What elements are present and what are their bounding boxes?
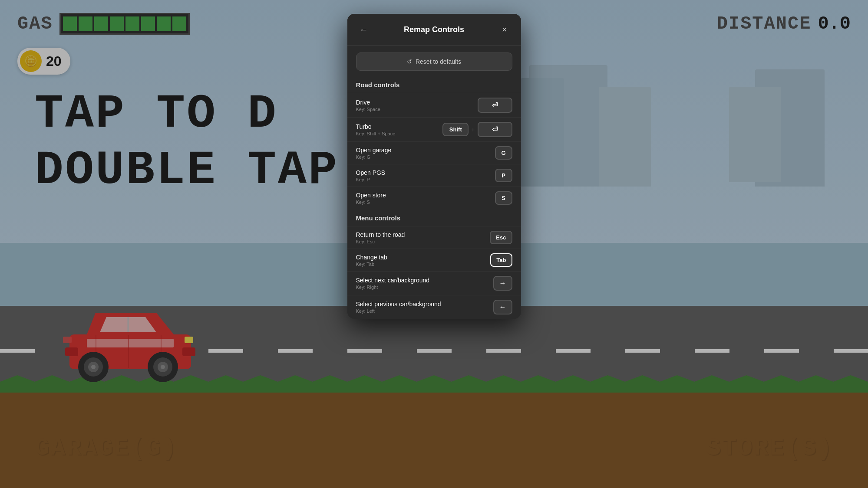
turbo-key: Key: Shift + Space	[356, 131, 396, 136]
plus-sign: +	[471, 126, 475, 133]
open-store-key: Key: S	[356, 200, 386, 205]
drive-binding: ⏎	[478, 98, 512, 113]
modal-header: ← Remap Controls ×	[347, 14, 521, 46]
return-road-control-row: Return to the road Key: Esc Esc	[347, 226, 521, 249]
reset-defaults-button[interactable]: ↺ Reset to defaults	[356, 52, 512, 71]
open-store-name: Open store	[356, 192, 386, 199]
open-store-binding: S	[495, 191, 512, 205]
modal-body: ↺ Reset to defaults Road controls Drive …	[347, 46, 521, 319]
right-arrow-key[interactable]: →	[493, 276, 512, 291]
drive-info: Drive Key: Space	[356, 99, 380, 112]
open-garage-name: Open garage	[356, 147, 392, 154]
return-road-key: Key: Esc	[356, 239, 405, 244]
reset-defaults-label: Reset to defaults	[416, 58, 461, 65]
garage-g-key[interactable]: G	[495, 146, 512, 160]
back-icon: ←	[360, 25, 368, 35]
space-bar-icon: ⏎	[492, 101, 498, 109]
open-store-info: Open store Key: S	[356, 192, 386, 205]
change-tab-control-row: Change tab Key: Tab Tab	[347, 249, 521, 271]
turbo-control-row: Turbo Key: Shift + Space Shift + ⏎	[347, 117, 521, 141]
open-garage-control-row: Open garage Key: G G	[347, 141, 521, 164]
select-next-name: Select next car/background	[356, 277, 430, 284]
reset-icon: ↺	[407, 58, 412, 65]
drive-name: Drive	[356, 99, 380, 106]
drive-control-row: Drive Key: Space ⏎	[347, 93, 521, 117]
open-pgs-control-row: Open PGS Key: P P	[347, 164, 521, 187]
change-tab-binding: Tab	[490, 253, 512, 267]
open-garage-key: Key: G	[356, 154, 392, 160]
open-store-control-row: Open store Key: S S	[347, 187, 521, 209]
change-tab-name: Change tab	[356, 254, 387, 261]
turbo-space-key[interactable]: ⏎	[478, 122, 512, 137]
select-prev-key: Key: Left	[356, 308, 441, 314]
modal-close-button[interactable]: ×	[497, 22, 512, 37]
select-next-info: Select next car/background Key: Right	[356, 277, 430, 290]
select-prev-info: Select previous car/background Key: Left	[356, 301, 441, 314]
turbo-space-icon: ⏎	[492, 125, 498, 134]
open-pgs-info: Open PGS Key: P	[356, 169, 386, 182]
return-road-info: Return to the road Key: Esc	[356, 231, 405, 244]
drive-space-key[interactable]: ⏎	[478, 98, 512, 113]
road-controls-header: Road controls	[347, 78, 521, 93]
left-arrow-key[interactable]: ←	[493, 300, 512, 314]
open-pgs-binding: P	[495, 169, 512, 182]
menu-controls-header: Menu controls	[347, 211, 521, 226]
change-tab-info: Change tab Key: Tab	[356, 254, 387, 267]
turbo-info: Turbo Key: Shift + Space	[356, 123, 396, 136]
select-prev-name: Select previous car/background	[356, 301, 441, 308]
select-next-binding: →	[493, 276, 512, 291]
close-icon: ×	[502, 25, 507, 35]
shift-label: Shift	[449, 126, 462, 133]
pgs-p-key[interactable]: P	[495, 169, 512, 182]
turbo-name: Turbo	[356, 123, 396, 130]
return-road-name: Return to the road	[356, 231, 405, 238]
select-prev-binding: ←	[493, 300, 512, 314]
open-pgs-name: Open PGS	[356, 169, 386, 176]
modal-title: Remap Controls	[372, 25, 497, 34]
turbo-binding: Shift + ⏎	[442, 122, 512, 137]
change-tab-key: Key: Tab	[356, 262, 387, 267]
modal-overlay: ← Remap Controls × ↺ Reset to defaults R…	[0, 0, 868, 488]
modal-back-button[interactable]: ←	[356, 22, 372, 37]
turbo-shift-key[interactable]: Shift	[442, 123, 469, 136]
open-pgs-key: Key: P	[356, 177, 386, 182]
remap-controls-modal: ← Remap Controls × ↺ Reset to defaults R…	[347, 14, 521, 319]
esc-key[interactable]: Esc	[490, 231, 512, 244]
tab-key[interactable]: Tab	[490, 253, 512, 267]
drive-key: Key: Space	[356, 107, 380, 112]
open-garage-binding: G	[495, 146, 512, 160]
return-road-binding: Esc	[490, 231, 512, 244]
select-prev-control-row: Select previous car/background Key: Left…	[347, 295, 521, 319]
select-next-key: Key: Right	[356, 285, 430, 290]
open-garage-info: Open garage Key: G	[356, 147, 392, 160]
store-s-key[interactable]: S	[495, 191, 512, 205]
select-next-control-row: Select next car/background Key: Right →	[347, 271, 521, 295]
